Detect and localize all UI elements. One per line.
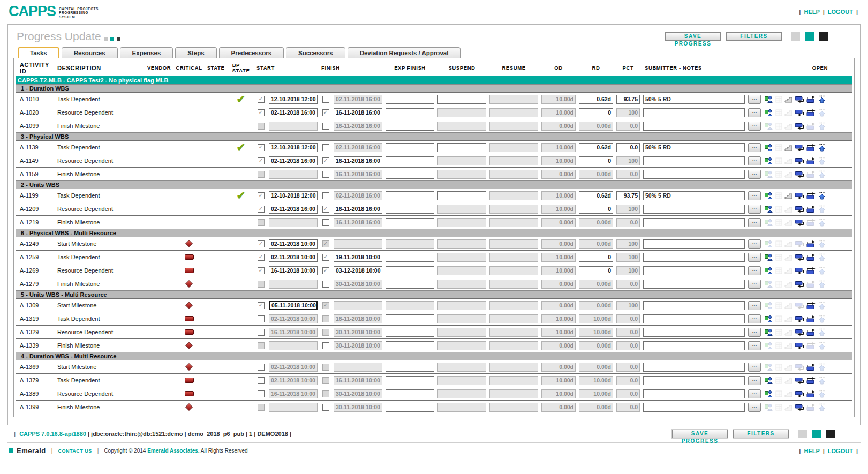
save-progress-button-bottom[interactable]: SAVE PROGRESS xyxy=(672,430,728,438)
predecessors-icon[interactable] xyxy=(795,281,804,288)
exp-finish-field[interactable] xyxy=(386,95,434,104)
finish-date-field[interactable]: 19-11-2018 10:00 xyxy=(334,253,382,262)
tab-steps[interactable]: Steps xyxy=(175,47,216,58)
predecessors-icon[interactable] xyxy=(795,171,804,178)
finish-date-field[interactable]: 16-11-2018 16:00 xyxy=(334,205,382,214)
contact-us-link[interactable]: CONTACT US xyxy=(58,448,92,454)
predecessors-icon[interactable] xyxy=(795,219,804,226)
tab-resources[interactable]: Resources xyxy=(62,47,118,58)
exp-finish-field[interactable] xyxy=(386,389,434,398)
notes-field[interactable] xyxy=(643,363,745,372)
exp-finish-field[interactable] xyxy=(386,341,434,350)
notes-expand-button[interactable]: ... xyxy=(748,122,761,131)
filters-button-bottom[interactable]: FILTERS xyxy=(733,430,789,438)
exp-finish-field[interactable] xyxy=(386,363,434,372)
resources-icon[interactable] xyxy=(765,328,773,336)
notes-expand-button[interactable]: ... xyxy=(748,363,761,372)
start-checkbox[interactable]: ✓ xyxy=(258,157,265,164)
notes-field[interactable]: 50% 5 RD xyxy=(643,95,745,104)
notes-expand-button[interactable]: ... xyxy=(748,191,761,200)
successors-icon[interactable] xyxy=(806,329,816,336)
exp-finish-field[interactable] xyxy=(386,108,434,117)
start-checkbox[interactable]: ✓ xyxy=(258,240,265,247)
notes-expand-button[interactable]: ... xyxy=(748,108,761,117)
predecessors-icon[interactable] xyxy=(795,109,804,116)
finish-checkbox[interactable]: ✓ xyxy=(322,206,329,213)
predecessors-icon[interactable] xyxy=(795,96,804,103)
predecessors-icon[interactable] xyxy=(795,157,804,164)
resources-icon[interactable] xyxy=(765,109,773,116)
exp-finish-field[interactable] xyxy=(386,143,434,152)
start-checkbox[interactable]: ✓ xyxy=(258,109,265,116)
resources-icon[interactable] xyxy=(765,267,773,274)
start-date-field[interactable]: 05-11-2018 10:00 xyxy=(269,301,318,310)
layout-square-black[interactable] xyxy=(819,32,828,41)
exp-finish-field[interactable] xyxy=(386,376,434,385)
successors-icon[interactable] xyxy=(806,109,816,116)
notes-expand-button[interactable]: ... xyxy=(748,205,761,214)
start-date-field[interactable]: 02-11-2018 16:00 xyxy=(269,156,318,165)
rd-field[interactable]: 0.62d xyxy=(579,95,613,104)
start-checkbox[interactable]: ✓ xyxy=(258,315,265,322)
notes-expand-button[interactable]: ... xyxy=(748,314,761,323)
notes-expand-button[interactable]: ... xyxy=(748,266,761,275)
notes-field[interactable] xyxy=(643,280,745,289)
notes-field[interactable] xyxy=(643,170,745,179)
notes-expand-button[interactable]: ... xyxy=(748,170,761,179)
layout-square-teal[interactable] xyxy=(805,32,814,41)
rd-field[interactable]: 0 xyxy=(579,108,613,117)
successors-icon[interactable] xyxy=(806,206,816,213)
predecessors-icon[interactable] xyxy=(795,329,804,336)
successors-icon[interactable] xyxy=(806,240,816,247)
resources-icon[interactable] xyxy=(765,95,773,103)
predecessors-icon[interactable] xyxy=(795,315,804,322)
successors-icon[interactable] xyxy=(806,144,816,151)
notes-field[interactable] xyxy=(643,341,745,350)
predecessors-icon[interactable] xyxy=(795,342,804,349)
deviation-submit-icon[interactable] xyxy=(818,192,826,200)
finish-checkbox[interactable]: ✓ xyxy=(322,109,329,116)
successors-icon[interactable] xyxy=(806,267,816,274)
resources-icon[interactable] xyxy=(765,377,773,384)
start-date-field[interactable]: 02-11-2018 10:00 xyxy=(269,253,318,262)
notes-expand-button[interactable]: ... xyxy=(748,143,761,152)
notes-field[interactable] xyxy=(643,239,745,249)
resources-icon[interactable] xyxy=(765,157,773,164)
exp-finish-field[interactable] xyxy=(386,314,434,323)
start-checkbox[interactable]: ✓ xyxy=(258,329,265,336)
rd-field[interactable]: 0 xyxy=(579,266,613,275)
finish-checkbox[interactable]: ✓ xyxy=(322,281,329,288)
successors-icon[interactable] xyxy=(806,254,816,261)
pct-field[interactable]: 93.75 xyxy=(616,191,640,200)
notes-field[interactable]: 50% 5 RD xyxy=(643,191,745,200)
predecessors-icon[interactable] xyxy=(795,123,804,130)
predecessors-icon[interactable] xyxy=(795,206,804,213)
exp-finish-field[interactable] xyxy=(386,156,434,165)
finish-checkbox[interactable]: ✓ xyxy=(322,342,329,349)
exp-finish-field[interactable] xyxy=(386,122,434,131)
notes-expand-button[interactable]: ... xyxy=(748,341,761,350)
start-checkbox[interactable]: ✓ xyxy=(258,144,265,151)
logout-link-bottom[interactable]: LOGOUT xyxy=(828,448,853,454)
successors-icon[interactable] xyxy=(806,302,816,309)
notes-field[interactable] xyxy=(643,403,745,412)
notes-field[interactable] xyxy=(643,314,745,323)
finish-checkbox[interactable]: ✓ xyxy=(322,171,329,178)
notes-field[interactable] xyxy=(643,156,745,165)
steps-icon[interactable] xyxy=(784,144,792,151)
start-checkbox[interactable]: ✓ xyxy=(258,267,265,274)
layout-square-gray-bottom[interactable] xyxy=(798,430,807,438)
start-date-field[interactable]: 02-11-2018 16:00 xyxy=(269,205,318,214)
exp-finish-field[interactable] xyxy=(386,205,434,214)
pct-field[interactable]: 93.75 xyxy=(616,95,640,104)
suspend-field[interactable] xyxy=(437,143,486,152)
finish-checkbox[interactable]: ✓ xyxy=(322,267,329,274)
start-date-field[interactable]: 12-10-2018 12:00 xyxy=(269,191,318,200)
deviation-submit-icon[interactable] xyxy=(818,144,826,152)
notes-expand-button[interactable]: ... xyxy=(748,218,761,227)
filters-button[interactable]: FILTERS xyxy=(726,32,782,41)
rd-field[interactable]: 0.62d xyxy=(579,191,613,200)
help-link[interactable]: HELP xyxy=(804,9,819,15)
notes-field[interactable] xyxy=(643,266,745,275)
start-date-field[interactable]: 12-10-2018 12:00 xyxy=(269,95,318,104)
